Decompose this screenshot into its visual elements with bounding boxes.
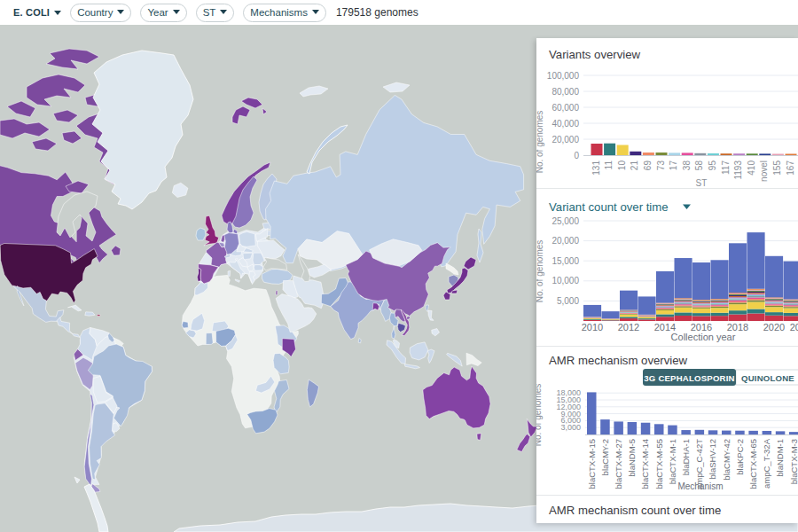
svg-text:0: 0 [574,151,579,160]
svg-text:20,000: 20,000 [552,135,579,145]
svg-text:131: 131 [591,160,601,176]
svg-text:blaCTX-M-3: blaCTX-M-3 [789,439,798,484]
svg-text:AMR mechanism count over time: AMR mechanism count over time [549,504,721,517]
svg-text:410: 410 [747,160,756,176]
svg-text:60,000: 60,000 [552,103,579,113]
svg-text:blaCTX-M-55: blaCTX-M-55 [654,439,664,489]
svg-text:blaCTX-M-14: blaCTX-M-14 [640,439,650,489]
svg-text:95: 95 [708,160,717,171]
svg-text:3G CEPHALOSPORIN: 3G CEPHALOSPORIN [644,373,734,383]
svg-text:15,000: 15,000 [552,256,579,266]
svg-text:AMR mechanism overview: AMR mechanism overview [549,354,688,367]
svg-text:2010: 2010 [582,322,603,332]
svg-text:blaNDM-1: blaNDM-1 [775,439,785,477]
svg-text:18,000: 18,000 [556,388,581,397]
svg-text:11: 11 [604,160,614,170]
svg-text:novel: novel [759,160,769,182]
svg-text:155: 155 [772,160,782,176]
svg-text:QUINOLONE: QUINOLONE [741,373,794,383]
svg-text:80,000: 80,000 [552,87,579,97]
svg-text:2022: 2022 [790,322,798,332]
svg-text:blaCMY-42: blaCMY-42 [722,439,732,481]
svg-text:blaDHA-1: blaDHA-1 [681,439,691,475]
svg-text:ST: ST [696,178,708,188]
svg-text:73: 73 [656,160,666,171]
svg-text:Variant count over time: Variant count over time [549,200,669,214]
svg-text:blaCTX-M-1: blaCTX-M-1 [668,439,677,484]
svg-text:69: 69 [643,160,653,171]
svg-text:No. of genomes: No. of genomes [536,240,544,303]
svg-text:10,000: 10,000 [552,276,579,286]
svg-text:blaCMY-2: blaCMY-2 [600,439,610,475]
svg-text:21: 21 [630,160,639,171]
svg-text:blaCTX-M-27: blaCTX-M-27 [614,439,623,489]
svg-text:40,000: 40,000 [552,119,579,129]
svg-text:blaCTX-M-65: blaCTX-M-65 [748,439,758,489]
svg-text:blaNDM-5: blaNDM-5 [627,439,637,477]
svg-text:58: 58 [694,160,704,171]
svg-text:Variants overview: Variants overview [549,48,641,61]
svg-text:ampC_T-32A: ampC_T-32A [762,438,771,489]
svg-text:17: 17 [669,160,678,171]
svg-text:2012: 2012 [618,322,639,332]
svg-text:No. of genomes: No. of genomes [536,111,544,174]
svg-text:100,000: 100,000 [547,71,580,81]
svg-text:Collection year: Collection year [671,332,736,342]
svg-text:blaCTX-M-15: blaCTX-M-15 [587,439,597,489]
svg-text:167: 167 [786,160,795,176]
svg-text:blaKPC-2: blaKPC-2 [735,439,745,475]
svg-text:No. of genomes: No. of genomes [536,384,543,447]
svg-text:blaSHV-12: blaSHV-12 [708,439,717,479]
svg-text:25,000: 25,000 [552,216,579,226]
svg-text:117: 117 [721,160,731,175]
svg-text:5,000: 5,000 [557,296,579,306]
svg-text:1193: 1193 [733,160,743,180]
svg-text:Mechanism: Mechanism [677,481,723,491]
svg-text:10: 10 [617,160,627,171]
svg-text:2020: 2020 [763,322,785,332]
svg-text:20,000: 20,000 [552,236,579,246]
svg-text:38: 38 [682,160,692,171]
